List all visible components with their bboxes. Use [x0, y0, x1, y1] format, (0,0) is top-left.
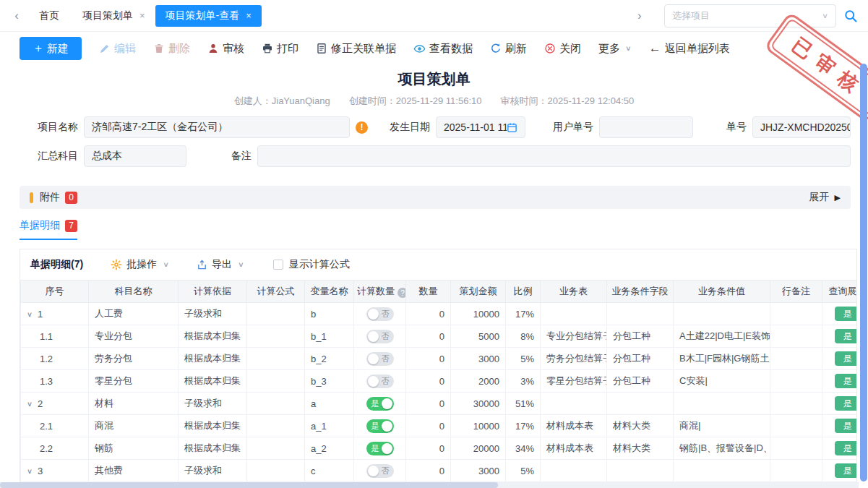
- table-row[interactable]: 1.1专业分包根据成本归集b_1否050008%专业分包结算子分包工种A土建22…: [21, 325, 858, 348]
- table-row[interactable]: 2.1商混根据成本归集a_1是01000017%材料成本表材料大类商混|是: [21, 415, 858, 437]
- export-button[interactable]: 导出 ∨: [197, 258, 244, 271]
- calc-qty-toggle[interactable]: 否: [366, 330, 394, 343]
- calc-qty-cell: 否: [354, 348, 406, 370]
- horizontal-scrollbar[interactable]: [0, 482, 859, 488]
- calc-qty-toggle[interactable]: 否: [366, 464, 394, 478]
- calc-qty-cell: 是: [354, 415, 406, 437]
- expand-triangle-icon: ▶: [835, 193, 841, 202]
- vertical-scrollbar[interactable]: [860, 64, 867, 481]
- page-title: 项目策划单: [0, 69, 868, 88]
- user-no-field[interactable]: [599, 116, 693, 138]
- query-display-pill[interactable]: 是: [835, 374, 858, 388]
- calc-qty-cell: 否: [354, 325, 406, 348]
- query-display-pill[interactable]: 是: [835, 351, 858, 366]
- delete-button[interactable]: 删除: [153, 42, 190, 56]
- show-formula-checkbox[interactable]: [273, 260, 283, 270]
- table-row[interactable]: 1.2劳务分包根据成本归集b_2否030005%劳务分包结算子分包工种B木工|F…: [21, 348, 858, 370]
- query-display-pill[interactable]: 是: [835, 441, 858, 455]
- refresh-button[interactable]: 刷新: [490, 42, 527, 56]
- printer-icon: [262, 43, 273, 54]
- tab-close-icon[interactable]: ×: [139, 10, 145, 21]
- person-icon: [207, 43, 219, 54]
- view-data-button[interactable]: 查看数据: [413, 42, 473, 56]
- new-button-label: 新建: [47, 42, 69, 56]
- table-cell: 劳务分包结算子: [541, 348, 607, 370]
- table-row[interactable]: 2.2钢筋根据成本归集a_2是02000034%材料成本表材料大类钢筋|B、报警…: [21, 437, 858, 460]
- nav-scroll-left-icon[interactable]: ‹: [7, 9, 26, 23]
- doc-no-field[interactable]: JHJZ-XMCHD2025000: [752, 116, 851, 138]
- calc-qty-toggle[interactable]: 是: [366, 419, 394, 433]
- column-header: 业务条件字段: [607, 281, 674, 303]
- query-display-pill[interactable]: 是: [835, 307, 858, 321]
- collapse-caret-icon[interactable]: ∨: [27, 467, 33, 475]
- seq-cell: 1.1: [21, 325, 89, 348]
- table-cell: 材料成本表: [541, 437, 607, 460]
- project-name-field[interactable]: 济邹高速7-2工区（金石公司）: [84, 116, 350, 138]
- calc-qty-toggle[interactable]: 否: [366, 352, 394, 366]
- value-cell: [674, 303, 770, 325]
- horizontal-scrollbar-thumb[interactable]: [0, 482, 498, 488]
- collapse-caret-icon[interactable]: ∨: [27, 400, 33, 408]
- amount-cell: 3000: [451, 460, 506, 482]
- query-display-pill[interactable]: 是: [835, 329, 858, 343]
- query-display-pill[interactable]: 是: [835, 396, 858, 411]
- project-name-label: 项目名称: [20, 121, 78, 134]
- audit-button[interactable]: 审核: [207, 42, 244, 56]
- attachment-expand-button[interactable]: 展开 ▶: [809, 191, 841, 204]
- calc-qty-toggle[interactable]: 是: [366, 442, 394, 455]
- table-row[interactable]: 1.3零星分包根据成本归集b_3否020003%零星分包结算子分包工种C安装|是: [21, 370, 858, 393]
- tab-project-plan-view[interactable]: 项目策划单-查看 ×: [155, 5, 262, 27]
- new-button[interactable]: ＋ 新建: [20, 37, 82, 60]
- field-cell: 分包工种: [607, 325, 674, 348]
- fix-related-button[interactable]: 修正关联单据: [316, 42, 396, 56]
- batch-actions-button[interactable]: 批操作 ∨: [111, 258, 169, 271]
- date-field[interactable]: 2025-11-01 11:47:: [436, 116, 525, 138]
- calc-qty-toggle[interactable]: 是: [366, 397, 394, 411]
- query-display-pill[interactable]: 是: [835, 463, 858, 478]
- query-display-pill[interactable]: 是: [835, 419, 858, 433]
- value-cell: B木工|F园林|G钢筋土|: [674, 348, 770, 370]
- table-row[interactable]: ∨3其他费子级求和c否030005%是: [21, 460, 858, 482]
- attachment-bar[interactable]: 附件 0 展开 ▶: [20, 186, 851, 209]
- ratio-cell: 3%: [506, 370, 541, 393]
- tab-close-icon[interactable]: ×: [246, 10, 252, 21]
- table-cell: 材料成本表: [541, 415, 607, 437]
- table-cell: 专业分包结算子: [541, 325, 607, 348]
- ratio-cell: 8%: [506, 325, 541, 348]
- help-icon[interactable]: ?: [398, 288, 406, 298]
- column-header: 计算数量?: [354, 281, 406, 303]
- back-to-list-button[interactable]: ← 返回单据列表: [649, 41, 730, 56]
- detail-tab-label: 单据明细: [20, 219, 60, 232]
- tab-home[interactable]: 首页: [26, 9, 72, 22]
- remark-field[interactable]: [257, 145, 851, 167]
- name-cell: 人工费: [89, 303, 179, 325]
- name-cell: 专业分包: [89, 325, 179, 348]
- calc-qty-toggle[interactable]: 否: [366, 374, 394, 388]
- calc-qty-toggle[interactable]: 否: [366, 307, 394, 321]
- edit-button[interactable]: 编辑: [99, 42, 136, 56]
- more-button[interactable]: 更多 ∨: [598, 42, 632, 56]
- tab-project-plan[interactable]: 项目策划单 ×: [72, 5, 155, 27]
- action-toolbar: ＋ 新建 编辑 删除 审核 打印 修正关联单据 查看数据 刷新: [0, 32, 868, 65]
- query-display-cell: 是: [822, 437, 858, 460]
- audit-time-meta: 审核时间：2025-11-29 12:04:50: [501, 95, 635, 108]
- search-icon[interactable]: [843, 9, 858, 23]
- calc-qty-cell: 否: [354, 460, 406, 482]
- formula-cell: [247, 460, 305, 482]
- tab-label: 项目策划单: [82, 9, 133, 22]
- tab-detail[interactable]: 单据明细 7: [20, 219, 77, 240]
- remark-cell: [770, 393, 822, 415]
- ratio-cell: 51%: [506, 393, 541, 415]
- close-button[interactable]: 关闭: [544, 42, 581, 56]
- nav-scroll-right-icon[interactable]: ›: [630, 9, 649, 23]
- project-select[interactable]: 选择项目 ∨: [664, 4, 836, 27]
- refresh-button-label: 刷新: [505, 42, 527, 56]
- table-cell: [541, 460, 607, 482]
- calendar-icon[interactable]: [507, 122, 517, 133]
- table-row[interactable]: ∨1人工费子级求和b否01000017%是: [21, 303, 858, 325]
- collapse-caret-icon[interactable]: ∨: [27, 310, 33, 318]
- info-icon[interactable]: !: [356, 121, 368, 134]
- subject-field[interactable]: 总成本: [84, 145, 186, 167]
- print-button[interactable]: 打印: [262, 42, 298, 56]
- table-row[interactable]: ∨2材料子级求和a是03000051%是: [21, 393, 858, 415]
